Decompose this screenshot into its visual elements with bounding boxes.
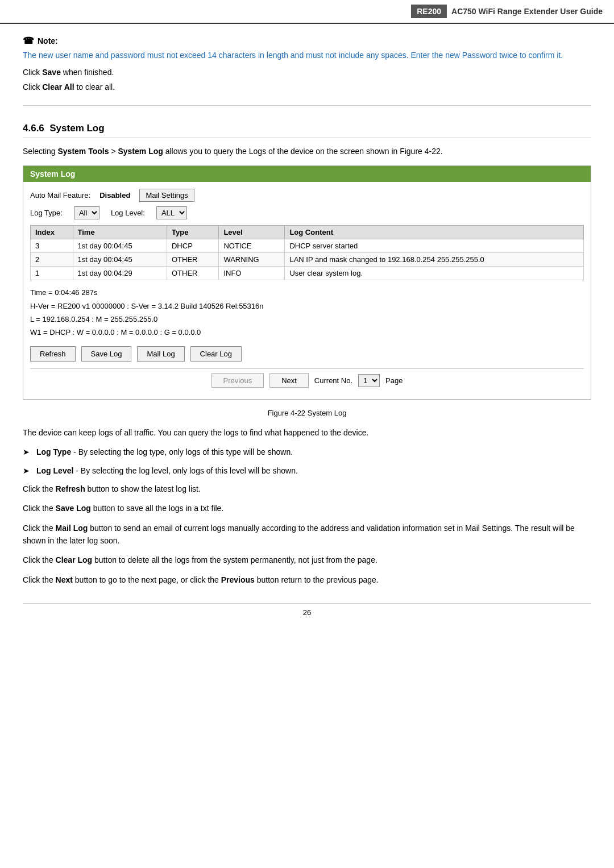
note-text: The new user name and password must not … bbox=[23, 49, 591, 61]
log-info-line: H-Ver = RE200 v1 00000000 : S-Ver = 3.14… bbox=[30, 300, 584, 313]
table-row: 31st day 00:04:45DHCPNOTICEDHCP server s… bbox=[31, 239, 584, 253]
note-section: ☎ Note: The new user name and password m… bbox=[23, 35, 591, 94]
bullet-item-2: ➤ Log Level - By selecting the log level… bbox=[23, 464, 591, 477]
cell-time: 1st day 00:04:45 bbox=[73, 253, 167, 267]
cell-time: 1st day 00:04:29 bbox=[73, 267, 167, 280]
col-index: Index bbox=[31, 226, 73, 239]
mail-log-button[interactable]: Mail Log bbox=[137, 346, 184, 362]
cell-content: DHCP server started bbox=[285, 239, 584, 253]
clear-log-button[interactable]: Clear Log bbox=[190, 346, 242, 362]
page-number-select[interactable]: 1 bbox=[358, 374, 380, 387]
log-type-label: Log Type: bbox=[30, 209, 63, 217]
log-table: Index Time Type Level Log Content 31st d… bbox=[30, 225, 584, 280]
next-button[interactable]: Next bbox=[269, 373, 309, 388]
cell-time: 1st day 00:04:45 bbox=[73, 239, 167, 253]
system-log-body: Auto Mail Feature: Disabled Mail Setting… bbox=[23, 182, 591, 399]
col-type: Type bbox=[167, 226, 218, 239]
note-icon: ☎ bbox=[23, 35, 34, 46]
cell-index: 2 bbox=[31, 253, 73, 267]
cell-level: WARNING bbox=[219, 253, 285, 267]
bullet-arrow-1: ➤ bbox=[23, 446, 32, 458]
divider bbox=[23, 105, 591, 106]
table-row: 21st day 00:04:45OTHERWARNINGLAN IP and … bbox=[31, 253, 584, 267]
cell-type: DHCP bbox=[167, 239, 218, 253]
mail-settings-button[interactable]: Mail Settings bbox=[139, 189, 194, 202]
note-title: ☎ Note: bbox=[23, 35, 591, 46]
log-buttons-row: Refresh Save Log Mail Log Clear Log bbox=[30, 346, 584, 362]
log-info-line: W1 = DHCP : W = 0.0.0.0 : M = 0.0.0.0 : … bbox=[30, 326, 584, 339]
cell-type: OTHER bbox=[167, 267, 218, 280]
cell-level: INFO bbox=[219, 267, 285, 280]
bullet-2-text: Log Level - By selecting the log level, … bbox=[36, 464, 298, 477]
log-level-label: Log Level: bbox=[111, 209, 145, 217]
current-no-label: Current No. bbox=[314, 376, 352, 385]
log-info-line: Time = 0:04:46 287s bbox=[30, 286, 584, 299]
system-log-container: System Log Auto Mail Feature: Disabled M… bbox=[23, 165, 591, 400]
bullet-1-text: Log Type - By selecting the log type, on… bbox=[36, 446, 293, 458]
figure-caption: Figure 4-22 System Log bbox=[23, 409, 591, 417]
bullet-arrow-2: ➤ bbox=[23, 464, 32, 477]
cell-content: LAN IP and mask changed to 192.168.0.254… bbox=[285, 253, 584, 267]
auto-mail-label: Auto Mail Feature: bbox=[30, 191, 90, 200]
note-instruction-2: Click Clear All to clear all. bbox=[23, 81, 591, 93]
cell-index: 3 bbox=[31, 239, 73, 253]
cell-index: 1 bbox=[31, 267, 73, 280]
bullet-item-1: ➤ Log Type - By selecting the log type, … bbox=[23, 446, 591, 458]
auto-mail-value: Disabled bbox=[99, 191, 130, 200]
cell-level: NOTICE bbox=[219, 239, 285, 253]
page-label: Page bbox=[385, 376, 403, 385]
body-para-4: Click the Mail Log button to send an ema… bbox=[23, 522, 591, 547]
document-title: AC750 WiFi Range Extender User Guide bbox=[451, 7, 603, 16]
auto-mail-row: Auto Mail Feature: Disabled Mail Setting… bbox=[30, 189, 584, 202]
section-title: 4.6.6 System Log bbox=[23, 123, 591, 138]
log-info-line: L = 192.168.0.254 : M = 255.255.255.0 bbox=[30, 313, 584, 326]
body-para-6: Click the Next button to go to the next … bbox=[23, 574, 591, 586]
note-instruction-1: Click Save when finished. bbox=[23, 66, 591, 78]
system-log-header: System Log bbox=[23, 166, 591, 182]
save-log-button[interactable]: Save Log bbox=[81, 346, 132, 362]
log-type-select[interactable]: All bbox=[74, 206, 99, 219]
cell-type: OTHER bbox=[167, 253, 218, 267]
body-para-2: Click the Refresh button to show the lat… bbox=[23, 483, 591, 495]
body-para-3: Click the Save Log button to save all th… bbox=[23, 502, 591, 514]
model-label: RE200 bbox=[411, 5, 447, 18]
page-number: 26 bbox=[23, 603, 591, 617]
refresh-button[interactable]: Refresh bbox=[30, 346, 76, 362]
log-type-level-row: Log Type: All Log Level: ALL bbox=[30, 206, 584, 219]
log-info-block: Time = 0:04:46 287sH-Ver = RE200 v1 0000… bbox=[30, 286, 584, 339]
col-time: Time bbox=[73, 226, 167, 239]
col-content: Log Content bbox=[285, 226, 584, 239]
previous-button[interactable]: Previous bbox=[211, 373, 264, 388]
log-level-select[interactable]: ALL bbox=[156, 206, 187, 219]
page-header: RE200 AC750 WiFi Range Extender User Gui… bbox=[0, 0, 614, 24]
table-row: 11st day 00:04:29OTHERINFOUser clear sys… bbox=[31, 267, 584, 280]
body-para-5: Click the Clear Log button to delete all… bbox=[23, 554, 591, 566]
body-para-1: The device can keep logs of all traffic.… bbox=[23, 426, 591, 439]
cell-content: User clear system log. bbox=[285, 267, 584, 280]
col-level: Level bbox=[219, 226, 285, 239]
note-title-text: Note: bbox=[38, 36, 58, 45]
section-description: Selecting System Tools > System Log allo… bbox=[23, 145, 591, 157]
pagination-row: Previous Next Current No. 1 Page bbox=[30, 368, 584, 392]
